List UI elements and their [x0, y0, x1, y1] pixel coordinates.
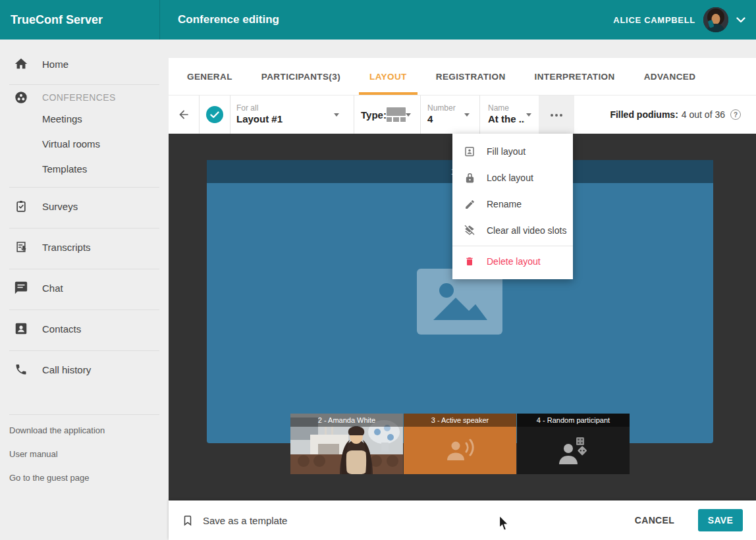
video-slot-amanda-white[interactable]: 2 - Amanda White — [290, 414, 403, 474]
menu-item-clear-all-video-slots[interactable]: Clear all video slots — [452, 217, 573, 244]
tab-advanced[interactable]: ADVANCED — [634, 58, 707, 95]
trash-icon — [463, 255, 476, 268]
footer-bar: Save as a template CANCEL SAVE — [169, 500, 756, 540]
filled-podiums: Filled podiums: 4 out of 36 ? — [610, 95, 741, 134]
user-name: ALICE CAMPBELL — [613, 15, 695, 25]
tab-participants[interactable]: PARTICIPANTS(3) — [251, 58, 351, 95]
sidebar-item-chat[interactable]: Chat — [0, 275, 169, 300]
sidebar-item-label: Templates — [42, 163, 87, 175]
menu-item-label: Delete layout — [487, 256, 541, 267]
contacts-icon — [13, 321, 29, 337]
sidebar-section-label: CONFERENCES — [42, 92, 116, 103]
main-content: GENERAL PARTICIPANTS(3) LAYOUT REGISTRAT… — [169, 40, 756, 540]
help-icon[interactable]: ? — [730, 109, 741, 120]
link-user-manual[interactable]: User manual — [0, 446, 169, 462]
type-label: Type: — [361, 109, 387, 121]
number-value: 4 — [427, 113, 456, 126]
number-label: Number — [427, 103, 456, 113]
menu-item-label: Rename — [487, 199, 522, 209]
app-header: TrueConf Server Conference editing ALICE… — [0, 0, 756, 40]
number-select[interactable]: Number 4 — [421, 95, 479, 134]
back-button[interactable] — [169, 95, 199, 134]
chevron-down-icon — [406, 113, 411, 117]
menu-item-label: Clear all video slots — [487, 225, 566, 236]
check-circle-icon — [206, 106, 223, 123]
sidebar-item-label: Call history — [42, 364, 91, 375]
sidebar-item-transcripts[interactable]: Transcripts — [0, 234, 169, 259]
link-guest-page[interactable]: Go to the guest page — [0, 470, 169, 485]
type-select[interactable]: Type: — [354, 95, 420, 134]
video-slot-label: 2 - Amanda White — [290, 414, 403, 427]
user-menu[interactable]: ALICE CAMPBELL — [613, 7, 756, 32]
call-history-icon — [13, 362, 29, 377]
random-participant-icon — [517, 427, 630, 474]
sidebar-item-contacts[interactable]: Contacts — [0, 316, 169, 341]
menu-item-delete-layout[interactable]: Delete layout — [452, 248, 573, 275]
spacer-icon — [13, 136, 29, 151]
layout-type-icon — [387, 107, 406, 122]
menu-item-rename[interactable]: Rename — [452, 191, 573, 217]
divider — [9, 187, 159, 188]
layout-scope-label: For all — [236, 103, 283, 113]
divider — [9, 350, 159, 351]
spacer-icon — [13, 111, 29, 126]
video-slot-active-speaker[interactable]: 3 - Active speaker — [404, 414, 516, 474]
layout-select[interactable]: For all Layout #1 — [230, 95, 354, 134]
sidebar-item-virtual-rooms[interactable]: Virtual rooms — [0, 131, 169, 156]
sidebar-item-meetings[interactable]: Meetings — [0, 106, 169, 131]
more-options-icon — [560, 114, 562, 117]
sidebar-item-surveys[interactable]: Surveys — [0, 194, 169, 219]
sidebar-item-label: Meetings — [42, 113, 82, 124]
sidebar-item-label: Chat — [42, 283, 63, 294]
more-options-icon — [551, 114, 553, 117]
tab-layout[interactable]: LAYOUT — [359, 58, 418, 95]
sidebar-item-home[interactable]: Home — [0, 51, 169, 76]
save-button[interactable]: SAVE — [698, 509, 743, 531]
name-label: Name — [488, 103, 525, 113]
tab-bar: GENERAL PARTICIPANTS(3) LAYOUT REGISTRAT… — [169, 58, 756, 95]
name-value: At the ... — [488, 113, 525, 126]
chevron-down-icon — [526, 113, 531, 117]
sidebar-item-label: Contacts — [42, 323, 81, 335]
pencil-icon — [463, 198, 476, 211]
video-slot-random-participant[interactable]: 4 - Random participant — [517, 414, 630, 474]
sidebar-item-call-history[interactable]: Call history — [0, 357, 169, 382]
name-select[interactable]: Name At the ... — [480, 95, 539, 134]
layout-toolbar: For all Layout #1 Type: Number 4 Name — [169, 95, 756, 134]
tab-interpretation[interactable]: INTERPRETATION — [524, 58, 626, 95]
menu-item-label: Fill layout — [487, 146, 526, 157]
divider — [9, 228, 159, 229]
chat-icon — [13, 280, 29, 296]
avatar[interactable] — [703, 7, 728, 32]
sidebar: Home CONFERENCES Meetings Virtual rooms … — [0, 40, 169, 540]
image-placeholder-icon — [431, 279, 489, 324]
more-options-icon — [555, 114, 558, 117]
save-as-template-button[interactable]: Save as a template — [182, 514, 287, 527]
surveys-icon — [13, 198, 29, 214]
sidebar-item-label: Transcripts — [42, 242, 91, 253]
sidebar-item-label: Home — [42, 59, 68, 70]
sidebar-item-label: Surveys — [42, 201, 78, 212]
menu-item-lock-layout[interactable]: Lock layout — [452, 165, 573, 191]
lock-icon — [463, 171, 476, 184]
chevron-down-icon[interactable] — [736, 17, 745, 23]
cancel-button[interactable]: CANCEL — [635, 515, 674, 526]
layout-name-value: Layout #1 — [236, 113, 283, 126]
menu-item-label: Lock layout — [487, 173, 533, 183]
divider — [9, 414, 159, 415]
avatar-image — [703, 7, 728, 32]
chevron-down-icon — [464, 113, 470, 117]
tab-registration[interactable]: REGISTRATION — [425, 58, 516, 95]
active-speaker-icon — [404, 427, 516, 474]
layout-selected-check[interactable] — [200, 95, 230, 134]
filled-podiums-label: Filled podiums: — [610, 109, 678, 120]
more-options-button[interactable] — [539, 95, 574, 134]
tab-general[interactable]: GENERAL — [176, 58, 243, 95]
sidebar-item-label: Virtual rooms — [42, 138, 100, 149]
layout-context-menu: Fill layout Lock layout Rename — [452, 134, 573, 279]
fill-layout-icon — [463, 145, 476, 158]
menu-item-fill-layout[interactable]: Fill layout — [452, 138, 573, 165]
link-download-application[interactable]: Download the application — [0, 422, 169, 438]
sidebar-item-templates[interactable]: Templates — [0, 156, 169, 181]
video-slot-label: 3 - Active speaker — [404, 414, 516, 427]
